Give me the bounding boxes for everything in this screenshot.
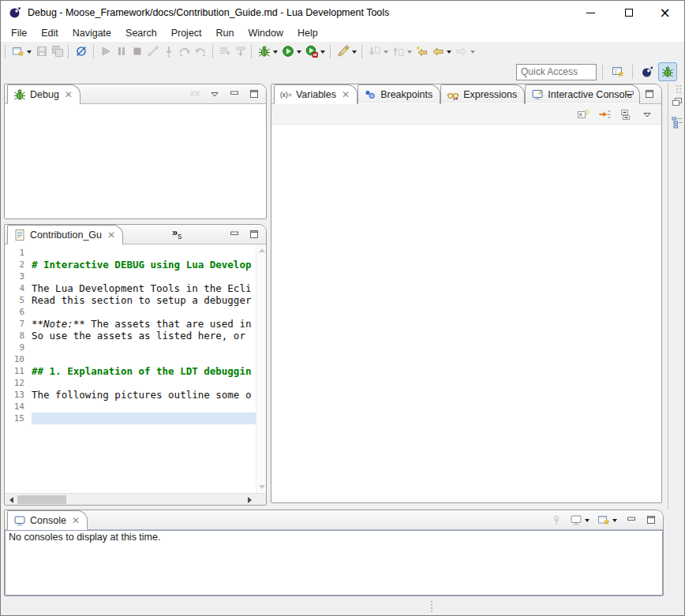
editor-line[interactable]: 13The following pictures outline some o [5, 389, 256, 401]
hidden-editors-chevron[interactable]: »5 [172, 226, 182, 241]
menu-run[interactable]: Run [209, 26, 241, 40]
editor-line[interactable]: 8So use the assets as listed here, or [5, 330, 256, 342]
tab-debug[interactable]: Debug ✕ [7, 84, 80, 104]
external-tools-button[interactable] [335, 43, 359, 60]
tab-variables[interactable]: (x)=Variables✕ [274, 84, 357, 104]
toolbar-drag-handle[interactable] [361, 45, 363, 58]
quick-access-input[interactable] [516, 64, 597, 80]
resume-button [98, 43, 114, 60]
maximize-editor-button[interactable] [246, 226, 262, 243]
editor-line[interactable]: 10 [5, 353, 256, 365]
minimize-variables-view-button[interactable] [622, 85, 638, 103]
close-tab-icon[interactable]: ✕ [72, 515, 80, 526]
debug-button[interactable] [256, 43, 280, 60]
dropdown-arrow-icon[interactable] [273, 50, 278, 54]
debug-perspective-button[interactable] [658, 62, 677, 81]
editor-line[interactable]: 5Read this section to setup a debugger [5, 294, 256, 306]
resume-icon [99, 45, 112, 58]
new-button[interactable] [10, 43, 34, 60]
scroll-down-icon[interactable] [259, 485, 265, 489]
dropdown-arrow-icon[interactable] [27, 50, 32, 54]
skip-all-breakpoints-button[interactable] [73, 43, 89, 60]
last-edit-location-button[interactable] [414, 43, 430, 60]
minimize-debug-view-button[interactable] [226, 85, 242, 103]
toolbar-drag-handle[interactable] [330, 45, 331, 58]
next-annotation-icon [369, 45, 381, 58]
back-button[interactable] [430, 43, 454, 60]
editor-line[interactable]: 6 [5, 306, 256, 318]
collapse-all-button[interactable] [618, 106, 634, 123]
editor-line[interactable]: 3 [5, 271, 256, 282]
dropdown-arrow-icon[interactable] [612, 519, 617, 522]
dropdown-arrow-icon[interactable] [320, 50, 325, 54]
minimize-console-view-button[interactable] [623, 511, 639, 528]
close-tab-icon[interactable]: ✕ [342, 89, 350, 100]
prev-annotation-icon [392, 45, 405, 58]
strip-drag-handle[interactable] [676, 85, 678, 87]
code-area[interactable]: 12# Interactive DEBUG using Lua Develop3… [5, 245, 256, 493]
window-maximize-button[interactable] [611, 1, 646, 24]
show-constants-button[interactable] [575, 106, 591, 123]
sash-drag-handle[interactable] [431, 601, 432, 603]
editor-line[interactable]: 14 [5, 401, 256, 413]
scroll-up-icon[interactable] [259, 248, 265, 252]
profile-button[interactable] [304, 43, 328, 60]
restore-view-button[interactable] [670, 95, 684, 109]
window-close-button[interactable]: × [647, 1, 683, 24]
tab-breakpoints[interactable]: Breakpoints [357, 84, 440, 104]
dropdown-arrow-icon [384, 50, 388, 54]
show-logical-structure-button[interactable] [597, 106, 612, 123]
window-minimize-button[interactable] [573, 1, 608, 24]
editor-line[interactable]: 12 [5, 377, 256, 389]
editor-line[interactable]: 1 [5, 247, 256, 259]
maximize-variables-view-button[interactable] [642, 85, 657, 103]
menu-search[interactable]: Search [118, 26, 164, 40]
tab-expressions[interactable]: Expressions [440, 84, 525, 104]
scroll-left-icon[interactable] [9, 497, 13, 503]
debug-view-menu-button[interactable] [207, 85, 223, 103]
scrollbar-thumb[interactable] [17, 495, 66, 504]
editor-line[interactable]: 15 [5, 413, 256, 424]
menu-navigate[interactable]: Navigate [66, 26, 118, 40]
maximize-console-view-button[interactable] [643, 511, 659, 528]
editor-line[interactable]: 7**Note:** The assets that are used in [5, 318, 256, 330]
editor-line[interactable]: 2# Interactive DEBUG using Lua Develop [5, 259, 256, 271]
restore-view-icon [671, 95, 683, 108]
close-tab-icon[interactable]: ✕ [65, 89, 73, 100]
maximize-debug-view-button[interactable] [246, 85, 262, 103]
editor-line[interactable]: 4The Lua Development Tools in the Ecli [5, 282, 256, 294]
forward-icon [455, 45, 468, 58]
lua-perspective-button[interactable] [638, 62, 657, 81]
menu-edit[interactable]: Edit [34, 26, 66, 40]
dropdown-arrow-icon[interactable] [447, 50, 451, 54]
menu-project[interactable]: Project [164, 26, 209, 40]
dropdown-arrow-icon[interactable] [585, 519, 590, 522]
editor-horizontal-scrollbar[interactable] [5, 493, 266, 505]
toolbar-drag-handle[interactable] [602, 65, 604, 79]
editor-line[interactable]: 9 [5, 342, 256, 353]
menu-bar: FileEditNavigateSearchProjectRunWindowHe… [1, 24, 684, 42]
scroll-right-icon[interactable] [248, 497, 252, 503]
outline-view-button[interactable] [670, 115, 684, 129]
dropdown-arrow-icon[interactable] [352, 50, 357, 54]
open-perspective-button[interactable] [608, 62, 627, 81]
minimize-editor-button[interactable] [226, 226, 242, 243]
display-selected-console-button[interactable] [568, 511, 592, 528]
run-button[interactable] [280, 43, 304, 60]
toolbar-drag-handle[interactable] [68, 45, 69, 58]
tab-contribution-guide[interactable]: Contribution_Gu ✕ [7, 225, 123, 245]
dropdown-arrow-icon[interactable] [297, 50, 301, 54]
menu-file[interactable]: File [4, 26, 34, 40]
tab-console[interactable]: Console ✕ [7, 510, 88, 530]
editor-vertical-scrollbar[interactable] [256, 245, 266, 493]
toolbar-drag-handle[interactable] [251, 45, 253, 58]
variables-view-menu-button[interactable] [639, 106, 655, 123]
menu-help[interactable]: Help [290, 26, 325, 40]
line-text: Read this section to setup a debugger [32, 294, 256, 306]
menu-window[interactable]: Window [241, 26, 290, 40]
last-edit-location-icon [416, 45, 429, 58]
editor-line[interactable]: 11## 1. Explanation of the LDT debuggin [5, 365, 256, 377]
open-console-button[interactable] [596, 511, 619, 528]
close-tab-icon[interactable]: ✕ [107, 230, 115, 241]
toolbar-drag-handle[interactable] [5, 45, 6, 58]
